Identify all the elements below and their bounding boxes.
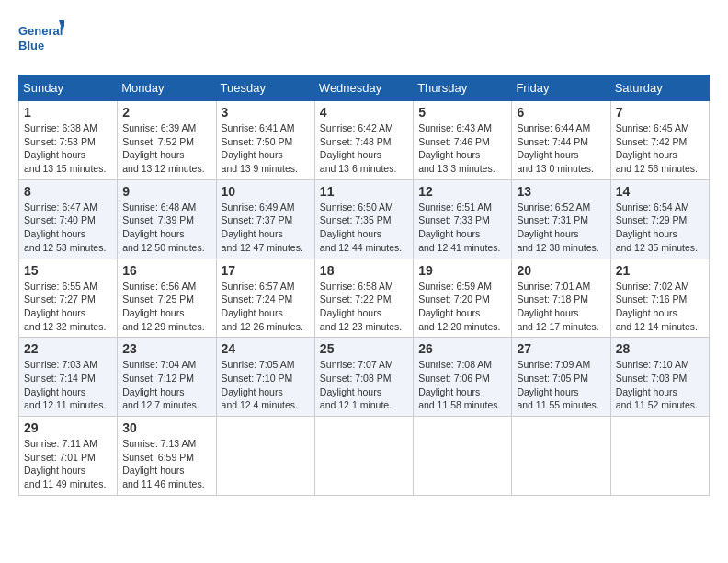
cell-text: Sunrise: 6:58 AMSunset: 7:22 PMDaylight …: [320, 281, 402, 332]
calendar-cell: 26 Sunrise: 7:08 AMSunset: 7:06 PMDaylig…: [414, 338, 512, 417]
calendar-cell: 25 Sunrise: 7:07 AMSunset: 7:08 PMDaylig…: [314, 338, 413, 417]
day-number: 11: [320, 184, 408, 199]
cell-text: Sunrise: 7:03 AMSunset: 7:14 PMDaylight …: [24, 359, 106, 410]
cell-text: Sunrise: 6:45 AMSunset: 7:42 PMDaylight …: [616, 122, 698, 174]
cell-text: Sunrise: 7:08 AMSunset: 7:06 PMDaylight …: [418, 359, 500, 410]
calendar-day-header: Friday: [512, 75, 610, 101]
cell-text: Sunrise: 6:43 AMSunset: 7:46 PMDaylight …: [418, 122, 495, 174]
calendar-cell: 29 Sunrise: 7:11 AMSunset: 7:01 PMDaylig…: [19, 417, 118, 496]
cell-text: Sunrise: 6:55 AMSunset: 7:27 PMDaylight …: [24, 281, 106, 332]
calendar-cell: 12 Sunrise: 6:51 AMSunset: 7:33 PMDaylig…: [414, 179, 512, 259]
calendar-cell: 22 Sunrise: 7:03 AMSunset: 7:14 PMDaylig…: [19, 338, 118, 417]
cell-text: Sunrise: 6:49 AMSunset: 7:37 PMDaylight …: [222, 201, 303, 253]
calendar-cell: 4 Sunrise: 6:42 AMSunset: 7:48 PMDayligh…: [314, 101, 413, 180]
svg-text:Blue: Blue: [18, 39, 44, 52]
calendar-cell: 7 Sunrise: 6:45 AMSunset: 7:42 PMDayligh…: [610, 101, 709, 180]
day-number: 7: [616, 105, 704, 120]
day-number: 18: [320, 263, 408, 278]
calendar-cell: 9 Sunrise: 6:48 AMSunset: 7:39 PMDayligh…: [118, 179, 216, 259]
day-number: 30: [122, 420, 210, 435]
calendar-cell: 6 Sunrise: 6:44 AMSunset: 7:44 PMDayligh…: [512, 101, 610, 180]
calendar-cell: 20 Sunrise: 7:01 AMSunset: 7:18 PMDaylig…: [512, 259, 610, 338]
day-number: 24: [222, 341, 310, 356]
calendar-header-row: SundayMondayTuesdayWednesdayThursdayFrid…: [19, 75, 710, 101]
day-number: 3: [222, 105, 310, 120]
calendar-cell: 10 Sunrise: 6:49 AMSunset: 7:37 PMDaylig…: [216, 179, 314, 259]
cell-text: Sunrise: 6:54 AMSunset: 7:29 PMDaylight …: [616, 201, 698, 253]
calendar-day-header: Tuesday: [216, 75, 314, 101]
day-number: 6: [517, 105, 605, 120]
calendar-cell: 13 Sunrise: 6:52 AMSunset: 7:31 PMDaylig…: [512, 179, 610, 259]
cell-text: Sunrise: 6:42 AMSunset: 7:48 PMDaylight …: [320, 122, 396, 174]
cell-text: Sunrise: 6:59 AMSunset: 7:20 PMDaylight …: [418, 281, 500, 332]
cell-text: Sunrise: 7:04 AMSunset: 7:12 PMDaylight …: [122, 359, 199, 410]
calendar-cell: 30 Sunrise: 7:13 AMSunset: 6:59 PMDaylig…: [118, 417, 216, 496]
day-number: 22: [24, 341, 112, 356]
cell-text: Sunrise: 6:52 AMSunset: 7:31 PMDaylight …: [517, 201, 598, 253]
day-number: 15: [24, 263, 112, 278]
day-number: 12: [418, 184, 506, 199]
day-number: 16: [122, 263, 210, 278]
calendar-week-row: 1 Sunrise: 6:38 AMSunset: 7:53 PMDayligh…: [19, 101, 710, 180]
cell-text: Sunrise: 6:39 AMSunset: 7:52 PMDaylight …: [122, 122, 204, 174]
calendar-day-header: Sunday: [19, 75, 118, 101]
day-number: 19: [418, 263, 506, 278]
cell-text: Sunrise: 6:38 AMSunset: 7:53 PMDaylight …: [24, 122, 106, 174]
calendar-cell: 21 Sunrise: 7:02 AMSunset: 7:16 PMDaylig…: [610, 259, 709, 338]
cell-text: Sunrise: 7:13 AMSunset: 6:59 PMDaylight …: [122, 438, 204, 489]
calendar-cell: 14 Sunrise: 6:54 AMSunset: 7:29 PMDaylig…: [610, 179, 709, 259]
calendar-table: SundayMondayTuesdayWednesdayThursdayFrid…: [18, 75, 710, 496]
calendar-week-row: 8 Sunrise: 6:47 AMSunset: 7:40 PMDayligh…: [19, 179, 710, 259]
cell-text: Sunrise: 6:41 AMSunset: 7:50 PMDaylight …: [222, 122, 298, 174]
calendar-week-row: 22 Sunrise: 7:03 AMSunset: 7:14 PMDaylig…: [19, 338, 710, 417]
day-number: 28: [616, 341, 704, 356]
cell-text: Sunrise: 7:10 AMSunset: 7:03 PMDaylight …: [616, 359, 698, 410]
calendar-cell: 1 Sunrise: 6:38 AMSunset: 7:53 PMDayligh…: [19, 101, 118, 180]
day-number: 13: [517, 184, 605, 199]
cell-text: Sunrise: 7:02 AMSunset: 7:16 PMDaylight …: [616, 281, 698, 332]
cell-text: Sunrise: 7:05 AMSunset: 7:10 PMDaylight …: [222, 359, 298, 410]
cell-text: Sunrise: 7:01 AMSunset: 7:18 PMDaylight …: [517, 281, 598, 332]
calendar-cell: 11 Sunrise: 6:50 AMSunset: 7:35 PMDaylig…: [314, 179, 413, 259]
cell-text: Sunrise: 6:50 AMSunset: 7:35 PMDaylight …: [320, 201, 402, 253]
day-number: 1: [24, 105, 112, 120]
calendar-cell: 2 Sunrise: 6:39 AMSunset: 7:52 PMDayligh…: [118, 101, 216, 180]
cell-text: Sunrise: 6:56 AMSunset: 7:25 PMDaylight …: [122, 281, 204, 332]
cell-text: Sunrise: 6:44 AMSunset: 7:44 PMDaylight …: [517, 122, 593, 174]
cell-text: Sunrise: 6:51 AMSunset: 7:33 PMDaylight …: [418, 201, 500, 253]
day-number: 25: [320, 341, 408, 356]
calendar-cell: [216, 417, 314, 496]
calendar-cell: 15 Sunrise: 6:55 AMSunset: 7:27 PMDaylig…: [19, 259, 118, 338]
day-number: 26: [418, 341, 506, 356]
calendar-day-header: Monday: [118, 75, 216, 101]
day-number: 17: [222, 263, 310, 278]
day-number: 27: [517, 341, 605, 356]
day-number: 8: [24, 184, 112, 199]
calendar-cell: 5 Sunrise: 6:43 AMSunset: 7:46 PMDayligh…: [414, 101, 512, 180]
cell-text: Sunrise: 6:57 AMSunset: 7:24 PMDaylight …: [222, 281, 303, 332]
day-number: 23: [122, 341, 210, 356]
cell-text: Sunrise: 7:07 AMSunset: 7:08 PMDaylight …: [320, 359, 393, 410]
page-header: General Blue: [18, 18, 710, 60]
calendar-cell: 3 Sunrise: 6:41 AMSunset: 7:50 PMDayligh…: [216, 101, 314, 180]
calendar-day-header: Saturday: [610, 75, 709, 101]
day-number: 2: [122, 105, 210, 120]
calendar-cell: 27 Sunrise: 7:09 AMSunset: 7:05 PMDaylig…: [512, 338, 610, 417]
calendar-cell: 8 Sunrise: 6:47 AMSunset: 7:40 PMDayligh…: [19, 179, 118, 259]
calendar-cell: 24 Sunrise: 7:05 AMSunset: 7:10 PMDaylig…: [216, 338, 314, 417]
day-number: 5: [418, 105, 506, 120]
calendar-cell: [314, 417, 413, 496]
day-number: 21: [616, 263, 704, 278]
day-number: 10: [222, 184, 310, 199]
calendar-body: 1 Sunrise: 6:38 AMSunset: 7:53 PMDayligh…: [19, 101, 710, 496]
cell-text: Sunrise: 6:47 AMSunset: 7:40 PMDaylight …: [24, 201, 106, 253]
day-number: 20: [517, 263, 605, 278]
logo: General Blue: [18, 18, 64, 60]
calendar-cell: 16 Sunrise: 6:56 AMSunset: 7:25 PMDaylig…: [118, 259, 216, 338]
calendar-cell: [512, 417, 610, 496]
calendar-cell: 19 Sunrise: 6:59 AMSunset: 7:20 PMDaylig…: [414, 259, 512, 338]
calendar-day-header: Thursday: [414, 75, 512, 101]
calendar-cell: 23 Sunrise: 7:04 AMSunset: 7:12 PMDaylig…: [118, 338, 216, 417]
calendar-cell: [414, 417, 512, 496]
day-number: 14: [616, 184, 704, 199]
